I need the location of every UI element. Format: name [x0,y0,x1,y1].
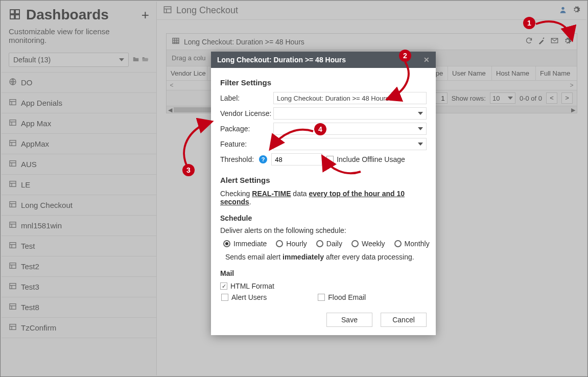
html-format-checkbox[interactable]: ✓HTML Format [220,282,274,290]
schedule-text: Deliver alerts on the following schedule… [220,226,427,234]
label-input[interactable] [273,92,427,104]
annotation-badge-2: 2 [399,50,411,62]
alert-info-text: Checking REAL-TIME data every top of the… [220,190,427,206]
threshold-label: Threshold: [220,155,254,163]
feature-select[interactable] [273,138,427,150]
flood-email-checkbox[interactable]: Flood Email [318,293,366,301]
chevron-down-icon [418,127,423,130]
chevron-down-icon [418,143,423,146]
label-label: Label: [220,94,273,102]
vendor-label: Vendor License: [220,109,273,117]
threshold-input[interactable] [271,153,322,166]
annotation-badge-3: 3 [182,164,195,176]
close-icon[interactable]: ✕ [424,56,430,64]
schedule-daily-radio[interactable]: Daily [316,240,342,248]
chevron-down-icon [418,112,423,115]
modal-title: Long Checkout: Duration >= 48 Hours [217,56,424,64]
annotation-badge-1: 1 [523,17,535,29]
include-offline-checkbox[interactable]: Include Offline Usage [326,155,405,163]
alert-settings-heading: Alert Settings [220,176,427,184]
help-icon[interactable]: ? [259,155,267,163]
schedule-hourly-radio[interactable]: Hourly [276,240,307,248]
schedule-monthly-radio[interactable]: Monthly [394,240,430,248]
schedule-weekly-radio[interactable]: Weekly [351,240,385,248]
feature-label: Feature: [220,140,273,148]
mail-heading: Mail [220,269,427,277]
schedule-options: Immediate Hourly Daily Weekly Monthly [223,240,427,248]
package-label: Package: [220,125,273,133]
save-button[interactable]: Save [326,313,372,327]
annotation-badge-4: 4 [314,123,326,135]
package-select[interactable] [273,123,427,135]
alert-users-checkbox[interactable]: Alert Users [221,293,267,301]
schedule-immediate-radio[interactable]: Immediate [223,240,267,248]
vendor-select[interactable] [273,107,427,120]
schedule-description: Sends email alert immediately after ever… [225,253,427,261]
cancel-button[interactable]: Cancel [381,313,427,327]
filter-settings-heading: Filter Settings [220,78,427,87]
settings-modal: Long Checkout: Duration >= 48 Hours ✕ Fi… [211,52,436,335]
schedule-heading: Schedule [220,214,427,222]
include-offline-label: Include Offline Usage [337,155,405,163]
